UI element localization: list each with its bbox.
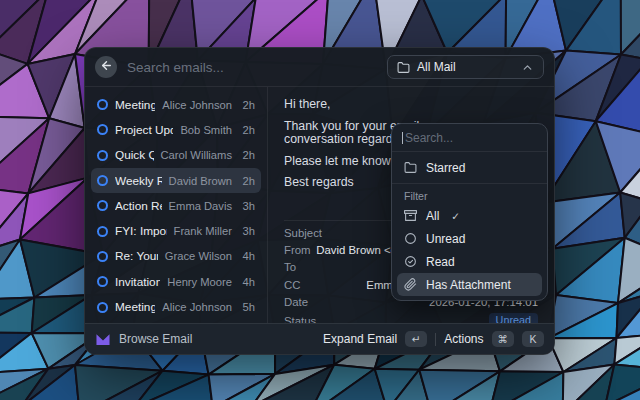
main-area: Meeting Follo... Alice Johnson 2h Projec… <box>85 87 554 323</box>
mailbox-dropdown-button[interactable]: All Mail <box>387 55 544 79</box>
email-list-item[interactable]: Project Update Bob Smith 2h <box>91 117 261 142</box>
email-sender: Grace Wilson <box>165 250 232 262</box>
chevron-up-icon <box>521 61 534 74</box>
menu-item-label: Unread <box>426 232 465 246</box>
actions-button[interactable]: Actions <box>444 332 483 346</box>
detail-label: Date <box>284 296 308 308</box>
unread-dot-icon <box>97 150 108 161</box>
search-input[interactable]: Search emails... <box>127 60 377 75</box>
folder-icon <box>404 161 417 174</box>
email-subject: Weekly Report <box>115 174 162 188</box>
detail-label: From <box>284 244 311 256</box>
menu-item-filter-read[interactable]: Read <box>397 250 542 273</box>
email-sender: Alice Johnson <box>162 99 232 111</box>
email-sender: Bob Smith <box>180 124 232 136</box>
email-sender: Alice Johnson <box>162 301 232 313</box>
header-bar: Search emails... All Mail <box>85 48 554 87</box>
email-sender: Henry Moore <box>167 276 232 288</box>
email-subject: Meeting Follo... <box>115 98 155 112</box>
arrow-left-icon <box>100 58 113 76</box>
menu-item-label: Has Attachment <box>426 278 511 292</box>
menu-item-filter-has-attachment[interactable]: Has Attachment <box>397 273 542 296</box>
email-time: 4h <box>239 276 255 288</box>
email-subject: Action Required <box>115 199 162 213</box>
menu-item-filter-unread[interactable]: Unread <box>397 227 542 250</box>
email-sender: Emma Davis <box>169 200 232 212</box>
detail-row-status: Status Unread <box>284 310 538 323</box>
email-subject: Quick Question <box>115 148 154 162</box>
mailbox-label: All Mail <box>417 60 456 74</box>
email-subject: Re: Your Requ... <box>115 249 158 263</box>
enter-keycap: ↵ <box>405 331 427 347</box>
footer-divider <box>435 333 436 346</box>
email-browser-window: Search emails... All Mail Meeting Follo.… <box>84 47 555 355</box>
paperclip-icon <box>404 278 417 291</box>
dropdown-search-placeholder: Search... <box>405 131 453 145</box>
email-time: 3h <box>239 200 255 212</box>
email-list-item[interactable]: Re: Your Requ... Grace Wilson 4h <box>91 244 261 269</box>
k-keycap: K <box>522 331 544 347</box>
email-time: 4h <box>239 250 255 262</box>
email-list-item[interactable]: Meeting Follo... Alice Johnson 2h <box>91 92 261 117</box>
unread-dot-icon <box>97 175 108 186</box>
circle-icon <box>404 232 417 245</box>
email-time: 5h <box>239 301 255 313</box>
email-list: Meeting Follo... Alice Johnson 2h Projec… <box>85 87 268 323</box>
menu-item-label: All <box>426 209 439 223</box>
unread-dot-icon <box>97 251 108 262</box>
detail-label: Subject <box>284 227 322 239</box>
menu-item-filter-all[interactable]: All ✓ <box>397 204 542 227</box>
folder-icon <box>397 61 410 74</box>
email-time: 3h <box>239 225 255 237</box>
unread-dot-icon <box>97 99 108 110</box>
menu-item-label: Read <box>426 255 455 269</box>
back-button[interactable] <box>95 56 117 78</box>
dropdown-filter-section: Filter All ✓ Unread <box>392 184 547 300</box>
email-sender: Carol Williams <box>161 149 232 161</box>
preview-greeting: Hi there, <box>284 98 538 112</box>
mailbox-filter-dropdown: Search... Starred Filter All ✓ <box>391 123 548 301</box>
archive-icon <box>404 209 417 222</box>
unread-dot-icon <box>97 302 108 313</box>
email-subject: FYI: Important N... <box>115 224 167 238</box>
email-time: 2h <box>239 124 255 136</box>
detail-label: CC <box>284 279 300 291</box>
email-list-item[interactable]: Meeting Follo... Alice Johnson 5h <box>91 294 261 319</box>
email-list-item[interactable]: Invitation: Tea... Henry Moore 4h <box>91 269 261 294</box>
email-list-item[interactable]: Action Required Emma Davis 3h <box>91 193 261 218</box>
email-time: 2h <box>239 99 255 111</box>
email-subject: Meeting Follo... <box>115 300 155 314</box>
detail-label: Status <box>284 315 316 323</box>
email-list-item[interactable]: Quick Question Carol Williams 2h <box>91 143 261 168</box>
unread-dot-icon <box>97 200 108 211</box>
email-subject: Invitation: Tea... <box>115 275 160 289</box>
app-label: Browse Email <box>119 332 192 346</box>
email-sender: Frank Miller <box>174 225 232 237</box>
expand-email-button[interactable]: Expand Email <box>323 332 397 346</box>
cmd-keycap: ⌘ <box>492 331 515 347</box>
footer-bar: Browse Email Expand Email ↵ Actions ⌘ K <box>85 323 554 354</box>
detail-label: To <box>284 261 296 273</box>
unread-dot-icon <box>97 124 108 135</box>
app-logo-icon <box>95 332 111 346</box>
check-circle-icon <box>404 255 417 268</box>
email-time: 2h <box>239 175 255 187</box>
text-caret <box>402 132 403 144</box>
unread-dot-icon <box>97 276 108 287</box>
filter-heading: Filter <box>397 184 542 204</box>
footer-actions: Expand Email ↵ Actions ⌘ K <box>323 331 544 347</box>
email-list-item[interactable]: FYI: Important N... Frank Miller 3h <box>91 218 261 243</box>
unread-dot-icon <box>97 226 108 237</box>
menu-item-label: Starred <box>426 161 465 175</box>
email-subject: Project Update <box>115 123 173 137</box>
dropdown-folders-section: Starred <box>392 152 547 184</box>
check-icon: ✓ <box>451 210 460 222</box>
dropdown-search-input[interactable]: Search... <box>392 124 547 152</box>
email-sender: David Brown <box>169 175 232 187</box>
menu-item-starred[interactable]: Starred <box>397 156 542 179</box>
email-time: 2h <box>239 149 255 161</box>
email-list-item-selected[interactable]: Weekly Report David Brown 2h <box>91 168 261 193</box>
status-badge: Unread <box>489 313 538 323</box>
